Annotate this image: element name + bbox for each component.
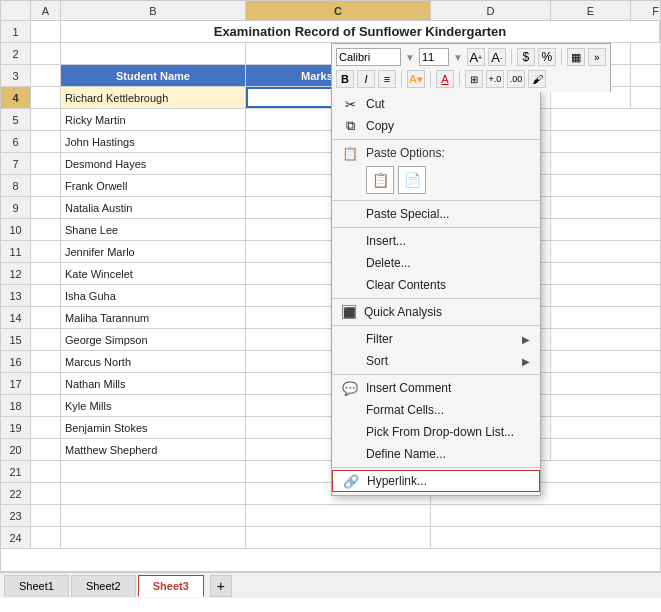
- cell-18b[interactable]: Kyle Mills: [61, 395, 246, 416]
- rownum-23: 23: [1, 505, 31, 526]
- dollar-btn[interactable]: $: [517, 48, 535, 66]
- cell-2b[interactable]: [61, 43, 246, 64]
- cell-19a[interactable]: [31, 417, 61, 438]
- menu-item-format-cells[interactable]: Format Cells...: [332, 399, 540, 421]
- cell-20a[interactable]: [31, 439, 61, 460]
- col-header-c[interactable]: C: [246, 1, 431, 20]
- tab-sheet1[interactable]: Sheet1: [4, 575, 69, 597]
- cell-13a[interactable]: [31, 285, 61, 306]
- cell-16b[interactable]: Marcus North: [61, 351, 246, 372]
- cell-4b[interactable]: Richard Kettlebrough: [61, 87, 246, 108]
- menu-item-cut[interactable]: ✂ Cut: [332, 93, 540, 115]
- cell-15b[interactable]: George Simpson: [61, 329, 246, 350]
- highlight-btn[interactable]: A▾: [407, 70, 425, 88]
- increase-font-btn[interactable]: A+: [467, 48, 485, 66]
- row-23: 23: [1, 505, 660, 527]
- cell-17b[interactable]: Nathan Mills: [61, 373, 246, 394]
- cell-9a[interactable]: [31, 197, 61, 218]
- insert-icon: [342, 233, 358, 249]
- rownum-5: 5: [1, 109, 31, 130]
- cell-3a[interactable]: [31, 65, 61, 86]
- menu-item-hyperlink[interactable]: 🔗 Hyperlink...: [332, 470, 540, 492]
- delete-icon: [342, 255, 358, 271]
- cell-8a[interactable]: [31, 175, 61, 196]
- tab-sheet2[interactable]: Sheet2: [71, 575, 136, 597]
- toolbar-sep-1: [511, 49, 512, 65]
- paste-btn-1[interactable]: 📋: [366, 166, 394, 194]
- cell-borders-btn[interactable]: ⊞: [465, 70, 483, 88]
- menu-item-sort[interactable]: Sort ▶: [332, 350, 540, 372]
- cell-14a[interactable]: [31, 307, 61, 328]
- bold-btn[interactable]: B: [336, 70, 354, 88]
- paste-btn-2[interactable]: 📄: [398, 166, 426, 194]
- cell-12a[interactable]: [31, 263, 61, 284]
- italic-btn[interactable]: I: [357, 70, 375, 88]
- col-header-e[interactable]: E: [551, 1, 631, 20]
- menu-item-delete[interactable]: Delete...: [332, 252, 540, 274]
- menu-item-pick-dropdown[interactable]: Pick From Drop-down List...: [332, 421, 540, 443]
- menu-item-insert-comment[interactable]: 💬 Insert Comment: [332, 377, 540, 399]
- rownum-6: 6: [1, 131, 31, 152]
- menu-divider-4: [332, 298, 540, 299]
- cell-8b[interactable]: Frank Orwell: [61, 175, 246, 196]
- cell-2a[interactable]: [31, 43, 61, 64]
- filter-label: Filter: [366, 332, 514, 346]
- cell-20b[interactable]: Matthew Shepherd: [61, 439, 246, 460]
- menu-item-clear-contents[interactable]: Clear Contents: [332, 274, 540, 296]
- toolbar-sep-2: [561, 49, 562, 65]
- row-24: 24: [1, 527, 660, 549]
- cell-19b[interactable]: Benjamin Stokes: [61, 417, 246, 438]
- menu-item-paste-special[interactable]: Paste Special...: [332, 203, 540, 225]
- cell-15a[interactable]: [31, 329, 61, 350]
- dec-inc-btn[interactable]: +.0: [486, 70, 504, 88]
- decrease-font-btn[interactable]: A-: [488, 48, 506, 66]
- menu-item-insert[interactable]: Insert...: [332, 230, 540, 252]
- rownum-14: 14: [1, 307, 31, 328]
- menu-item-copy[interactable]: ⧉ Copy: [332, 115, 540, 137]
- font-name-input[interactable]: [336, 48, 401, 66]
- align-btn[interactable]: ≡: [378, 70, 396, 88]
- col-header-a[interactable]: A: [31, 1, 61, 20]
- font-size-input[interactable]: [419, 48, 449, 66]
- more-btn[interactable]: »: [588, 48, 606, 66]
- cell-6b[interactable]: John Hastings: [61, 131, 246, 152]
- cell-11a[interactable]: [31, 241, 61, 262]
- font-color-btn[interactable]: A: [436, 70, 454, 88]
- cell-13b[interactable]: Isha Guha: [61, 285, 246, 306]
- menu-item-quick-analysis[interactable]: ⬛ Quick Analysis: [332, 301, 540, 323]
- cell-5b[interactable]: Ricky Martin: [61, 109, 246, 130]
- sheet-tabs: Sheet1 Sheet2 Sheet3 +: [0, 572, 661, 598]
- menu-item-filter[interactable]: Filter ▶: [332, 328, 540, 350]
- delete-label: Delete...: [366, 256, 530, 270]
- column-headers: A B C D E F: [1, 1, 660, 21]
- cut-icon: ✂: [342, 96, 358, 112]
- col-header-d[interactable]: D: [431, 1, 551, 20]
- dec-dec-btn[interactable]: .00: [507, 70, 525, 88]
- cell-17a[interactable]: [31, 373, 61, 394]
- cell-18a[interactable]: [31, 395, 61, 416]
- borders-btn[interactable]: ▦: [567, 48, 585, 66]
- pick-dropdown-icon: [342, 424, 358, 440]
- tab-sheet3[interactable]: Sheet3: [138, 575, 204, 597]
- cell-11b[interactable]: Jennifer Marlo: [61, 241, 246, 262]
- cell-9b[interactable]: Natalia Austin: [61, 197, 246, 218]
- cell-5a[interactable]: [31, 109, 61, 130]
- cell-4a[interactable]: [31, 87, 61, 108]
- cell-10b[interactable]: Shane Lee: [61, 219, 246, 240]
- cell-10a[interactable]: [31, 219, 61, 240]
- cell-12b[interactable]: Kate Wincelet: [61, 263, 246, 284]
- sort-label: Sort: [366, 354, 514, 368]
- menu-item-define-name[interactable]: Define Name...: [332, 443, 540, 465]
- menu-divider-3: [332, 227, 540, 228]
- paint-btn[interactable]: 🖌: [528, 70, 546, 88]
- percent-btn[interactable]: %: [538, 48, 556, 66]
- add-sheet-button[interactable]: +: [210, 575, 232, 597]
- col-header-b[interactable]: B: [61, 1, 246, 20]
- cell-7a[interactable]: [31, 153, 61, 174]
- cell-1a[interactable]: [31, 21, 61, 42]
- cell-14b[interactable]: Maliha Tarannum: [61, 307, 246, 328]
- cell-7b[interactable]: Desmond Hayes: [61, 153, 246, 174]
- cell-16a[interactable]: [31, 351, 61, 372]
- col-header-f[interactable]: F: [631, 1, 661, 20]
- cell-6a[interactable]: [31, 131, 61, 152]
